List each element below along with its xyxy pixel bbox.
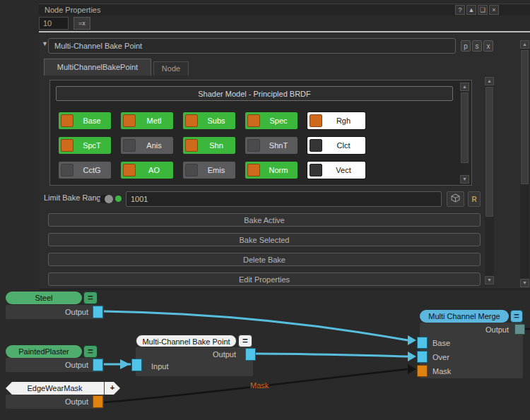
tab[interactable]: Node [153, 61, 189, 76]
node-header[interactable]: PaintedPlaster [6, 345, 82, 358]
collapse-icon[interactable]: ▼ [42, 40, 48, 47]
section-mini-button[interactable]: x [483, 40, 493, 52]
node-count-input[interactable] [39, 17, 69, 30]
node-header[interactable]: Multi-Channel Bake Point [136, 335, 237, 347]
channel-state-swatch[interactable] [247, 139, 260, 152]
node-body[interactable]: Output Input [136, 347, 253, 376]
reset-button[interactable]: R [468, 191, 481, 207]
channel-state-swatch[interactable] [185, 164, 198, 176]
output-port[interactable] [514, 324, 525, 335]
tab-content-scrollbar[interactable]: ▲ ▼ [485, 77, 494, 284]
node-body[interactable]: Output Base Over Mask [420, 323, 523, 378]
bake-action-button[interactable]: Edit Properties [48, 272, 481, 286]
scrollbar-thumb[interactable] [485, 87, 493, 217]
node-header[interactable]: Steel [6, 292, 82, 304]
channel-toggle-button[interactable]: Anis [121, 137, 173, 154]
channel-toggle-button[interactable]: Vect [307, 162, 365, 179]
channel-toggle-button[interactable]: Rgh [307, 112, 365, 129]
channel-state-swatch[interactable] [247, 114, 260, 127]
output-port[interactable] [93, 395, 103, 408]
toggle-knob[interactable] [105, 195, 113, 203]
arrowhead-over [408, 352, 416, 361]
channel-state-swatch[interactable] [123, 164, 136, 176]
output-port[interactable] [93, 359, 103, 371]
channel-toggle-button[interactable]: Emis [183, 162, 235, 179]
port-label: Output [65, 358, 88, 372]
panel-titlebar[interactable]: Node Properties ?▲❏× [39, 4, 530, 16]
bake-action-button[interactable]: Bake Selected [48, 233, 481, 246]
scroll-up-icon[interactable]: ▲ [460, 83, 469, 91]
channel-toggle-button[interactable]: ShnT [245, 137, 298, 154]
input-port[interactable] [417, 337, 428, 349]
bake-action-button[interactable]: Delete Bake [48, 253, 481, 266]
node-menu-button[interactable]: = [510, 310, 523, 323]
channel-state-swatch[interactable] [61, 114, 73, 127]
scrollbar-thumb[interactable] [461, 92, 469, 163]
channel-toggle-button[interactable]: Spec [245, 112, 298, 129]
channel-label: Spec [261, 112, 296, 129]
close-icon[interactable]: × [489, 5, 499, 15]
channel-state-swatch[interactable] [310, 164, 322, 176]
scroll-down-icon[interactable]: ▼ [485, 276, 494, 284]
channel-state-swatch[interactable] [61, 139, 73, 152]
scrollbar-track[interactable] [520, 49, 529, 279]
section-title-box[interactable]: Multi-Channel Bake Point [48, 38, 456, 54]
channel-toggle-button[interactable]: Clct [307, 137, 365, 154]
section-mini-button[interactable]: s [472, 40, 482, 52]
channel-toggle-button[interactable]: SpcT [59, 137, 111, 154]
node-title: EdgeWearMask [6, 382, 104, 395]
scroll-up-icon[interactable]: ▲ [485, 77, 494, 85]
node-body[interactable]: Output [6, 358, 104, 372]
node-menu-button[interactable]: = [83, 292, 98, 304]
input-port[interactable] [417, 365, 428, 377]
add-button[interactable]: + [104, 382, 120, 395]
scrollbar-thumb[interactable] [521, 50, 529, 184]
channel-state-swatch[interactable] [185, 139, 198, 152]
scroll-up-icon[interactable]: ▲ [520, 40, 529, 49]
channel-toggle-button[interactable]: CctG [59, 162, 111, 179]
channel-state-swatch[interactable] [310, 114, 322, 127]
help-icon[interactable]: ? [455, 5, 465, 15]
channel-toggle-button[interactable]: AO [121, 162, 173, 179]
float-window-icon[interactable]: ❏ [478, 5, 488, 15]
scroll-down-icon[interactable]: ▼ [520, 279, 529, 287]
node-body[interactable]: Output [6, 305, 104, 319]
channel-state-swatch[interactable] [247, 164, 260, 176]
channel-state-swatch[interactable] [61, 164, 73, 176]
input-port[interactable] [131, 359, 142, 371]
apply-count-button[interactable]: =x [73, 17, 90, 30]
node-header[interactable]: EdgeWearMask + [6, 382, 120, 395]
node-menu-button[interactable]: = [238, 335, 252, 347]
channel-state-swatch[interactable] [123, 114, 136, 127]
node-menu-button[interactable]: = [83, 345, 98, 358]
output-port[interactable] [245, 348, 256, 361]
scrollbar-track[interactable] [460, 91, 469, 175]
scroll-down-icon[interactable]: ▼ [460, 175, 469, 184]
bake-action-button[interactable]: Bake Active [48, 213, 481, 227]
channel-toggle-button[interactable]: Norm [245, 162, 298, 179]
shader-model-button[interactable]: Shader Model - Principled BRDF [56, 86, 453, 101]
limit-bake-range-toggle[interactable] [100, 195, 112, 203]
scrollbar-track[interactable] [485, 85, 494, 276]
output-port[interactable] [93, 306, 103, 318]
node-body[interactable]: Output [6, 395, 104, 409]
channel-grid-scrollbar[interactable]: ▲ ▼ [460, 83, 469, 184]
tab[interactable]: MultiChannelBakePoint [44, 59, 151, 76]
channel-toggle-button[interactable]: Metl [121, 112, 173, 129]
bake-point-section: ▼ Multi-Channel Bake Point psx MultiChan… [39, 32, 530, 289]
pick-object-button[interactable] [447, 191, 464, 207]
channel-toggle-button[interactable]: Subs [183, 112, 235, 129]
input-port[interactable] [417, 351, 428, 363]
channel-label: SpcT [74, 137, 110, 154]
channel-state-swatch[interactable] [310, 139, 322, 152]
limit-range-input[interactable] [126, 191, 442, 207]
collapse-up-icon[interactable]: ▲ [466, 5, 476, 15]
channel-toggle-button[interactable]: Base [59, 112, 111, 129]
channel-state-swatch[interactable] [123, 139, 136, 152]
section-scrollbar[interactable]: ▲ ▼ [520, 40, 529, 287]
section-mini-button[interactable]: p [461, 40, 471, 52]
channel-toggle-button[interactable]: Shn [183, 137, 235, 154]
channel-state-swatch[interactable] [185, 114, 198, 127]
node-header[interactable]: Multi Channel Merge [420, 310, 509, 323]
wire-mask-label: Mask [250, 381, 269, 390]
